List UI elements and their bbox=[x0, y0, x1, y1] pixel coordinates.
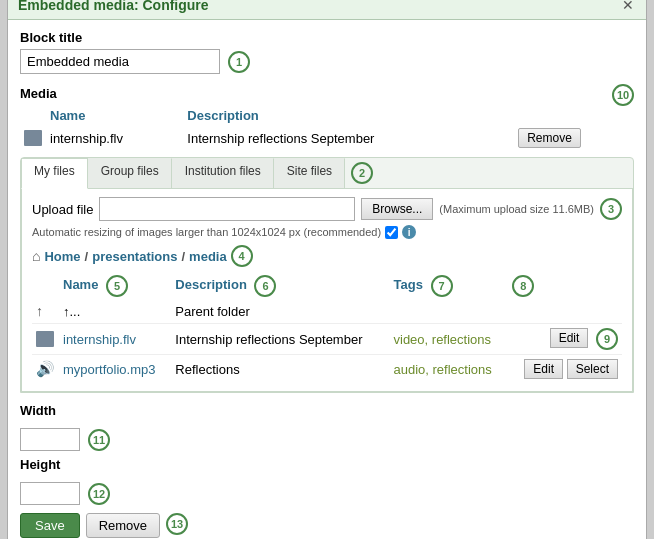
dialog-body: Block title 1 Media 10 Name Description bbox=[8, 20, 646, 539]
dialog-title-bar: Embedded media: Configure ✕ bbox=[8, 0, 646, 20]
tab-institution-files[interactable]: Institution files bbox=[172, 158, 274, 188]
height-row: Height bbox=[20, 457, 634, 476]
myportfolio-name-cell: myportfolio.mp3 bbox=[59, 355, 171, 384]
internship-desc-cell: Internship reflections September bbox=[171, 324, 389, 355]
remove-action-button[interactable]: Remove bbox=[86, 513, 160, 538]
myportfolio-edit-button[interactable]: Edit bbox=[524, 359, 563, 379]
tabs-section: My files Group files Institution files S… bbox=[20, 157, 634, 393]
dialog: Embedded media: Configure ✕ Block title … bbox=[7, 0, 647, 539]
circle-8: 8 bbox=[512, 275, 534, 297]
files-col-icon-header bbox=[32, 273, 59, 299]
media-row: internship.flv Internship reflections Se… bbox=[20, 125, 634, 151]
upload-file-input[interactable] bbox=[99, 197, 355, 221]
internship-icon-cell bbox=[32, 324, 59, 355]
save-button[interactable]: Save bbox=[20, 513, 80, 538]
internship-name-cell: internship.flv bbox=[59, 324, 171, 355]
media-label: Media bbox=[20, 86, 57, 101]
width-input-row: 11 bbox=[20, 428, 634, 451]
upload-label: Upload file bbox=[32, 202, 93, 217]
close-button[interactable]: ✕ bbox=[620, 0, 636, 13]
height-input-row: 12 bbox=[20, 482, 634, 505]
width-input[interactable] bbox=[20, 428, 80, 451]
myportfolio-actions-cell: Edit Select bbox=[508, 355, 622, 384]
file-row-internship: internship.flv Internship reflections Se… bbox=[32, 324, 622, 355]
circle-7: 7 bbox=[431, 275, 453, 297]
resize-checkbox[interactable] bbox=[385, 226, 398, 239]
block-title-label: Block title bbox=[20, 30, 634, 45]
circle-13: 13 bbox=[166, 513, 188, 535]
tab-group-files[interactable]: Group files bbox=[88, 158, 172, 188]
dialog-title: Embedded media: Configure bbox=[18, 0, 209, 13]
files-col-desc-header: Description 6 bbox=[171, 273, 389, 299]
upload-max-size: (Maximum upload size 11.6MB) bbox=[439, 203, 594, 215]
media-file-desc: Internship reflections September bbox=[183, 125, 514, 151]
parent-name-cell: ↑... bbox=[59, 299, 171, 324]
media-col-icon bbox=[20, 106, 46, 125]
circle-9: 9 bbox=[596, 328, 618, 350]
video-file-icon bbox=[24, 130, 42, 146]
media-remove-button[interactable]: Remove bbox=[518, 128, 581, 148]
circle-1: 1 bbox=[228, 51, 250, 73]
path-sep-1: / bbox=[85, 249, 89, 264]
tab-site-files[interactable]: Site files bbox=[274, 158, 345, 188]
circle-12: 12 bbox=[88, 483, 110, 505]
media-file-name: internship.flv bbox=[46, 125, 183, 151]
myportfolio-file-link[interactable]: myportfolio.mp3 bbox=[63, 362, 155, 377]
block-title-row: 1 bbox=[20, 49, 634, 74]
media-col-desc: Description bbox=[183, 106, 514, 125]
parent-tags-cell bbox=[390, 299, 509, 324]
action-buttons: Save Remove 13 bbox=[20, 513, 634, 538]
internship-actions-cell: Edit 9 bbox=[508, 324, 622, 355]
files-col-name-header: Name 5 bbox=[59, 273, 171, 299]
path-row: ⌂ Home / presentations / media 4 bbox=[32, 245, 622, 267]
files-col-actions-header: 8 bbox=[508, 273, 622, 299]
browse-button[interactable]: Browse... bbox=[361, 198, 433, 220]
parent-folder-row: ↑ ↑... Parent folder bbox=[32, 299, 622, 324]
circle-6: 6 bbox=[254, 275, 276, 297]
resize-note: Automatic resizing of images larger than… bbox=[32, 226, 381, 238]
media-section: Media 10 Name Description bbox=[20, 84, 634, 151]
home-icon: ⌂ bbox=[32, 248, 40, 264]
myportfolio-icon-cell: 🔊 bbox=[32, 355, 59, 384]
height-input[interactable] bbox=[20, 482, 80, 505]
video-file-icon-2 bbox=[36, 331, 54, 347]
internship-tags-cell: video, reflections bbox=[390, 324, 509, 355]
circle-2: 2 bbox=[351, 162, 373, 184]
internship-edit-button[interactable]: Edit bbox=[550, 328, 589, 348]
circle-11: 11 bbox=[88, 429, 110, 451]
resize-row: Automatic resizing of images larger than… bbox=[32, 225, 622, 239]
width-row: Width bbox=[20, 403, 634, 422]
myportfolio-select-button[interactable]: Select bbox=[567, 359, 618, 379]
parent-actions-cell bbox=[508, 299, 622, 324]
tab-my-files[interactable]: My files bbox=[21, 158, 88, 189]
circle-10: 10 bbox=[612, 84, 634, 106]
media-col-actions bbox=[514, 106, 634, 125]
block-title-input[interactable] bbox=[20, 49, 220, 74]
path-sep-2: / bbox=[181, 249, 185, 264]
info-icon: i bbox=[402, 225, 416, 239]
path-media[interactable]: media bbox=[189, 249, 227, 264]
files-table: Name 5 Description 6 Tags 7 bbox=[32, 273, 622, 383]
width-label: Width bbox=[20, 403, 56, 418]
path-presentations[interactable]: presentations bbox=[92, 249, 177, 264]
media-file-icon-cell bbox=[20, 125, 46, 151]
height-label: Height bbox=[20, 457, 60, 472]
internship-file-link[interactable]: internship.flv bbox=[63, 332, 136, 347]
tabs-bar: My files Group files Institution files S… bbox=[21, 158, 633, 189]
audio-file-icon: 🔊 bbox=[36, 360, 55, 378]
circle-3: 3 bbox=[600, 198, 622, 220]
files-col-tags-header: Tags 7 bbox=[390, 273, 509, 299]
media-col-name: Name bbox=[46, 106, 183, 125]
media-table: Name Description internship.flv Internsh… bbox=[20, 106, 634, 151]
myportfolio-tags-cell: audio, reflections bbox=[390, 355, 509, 384]
parent-icon-cell: ↑ bbox=[32, 299, 59, 324]
media-remove-cell: Remove bbox=[514, 125, 634, 151]
file-row-myportfolio: 🔊 myportfolio.mp3 Reflections audio, ref… bbox=[32, 355, 622, 384]
parent-desc-cell: Parent folder bbox=[171, 299, 389, 324]
width-height-section: Width 11 Height 12 bbox=[20, 403, 634, 505]
tabs-content: Upload file Browse... (Maximum upload si… bbox=[21, 189, 633, 392]
path-home[interactable]: Home bbox=[44, 249, 80, 264]
parent-folder-icon: ↑ bbox=[36, 303, 43, 319]
circle-4: 4 bbox=[231, 245, 253, 267]
upload-row: Upload file Browse... (Maximum upload si… bbox=[32, 197, 622, 221]
